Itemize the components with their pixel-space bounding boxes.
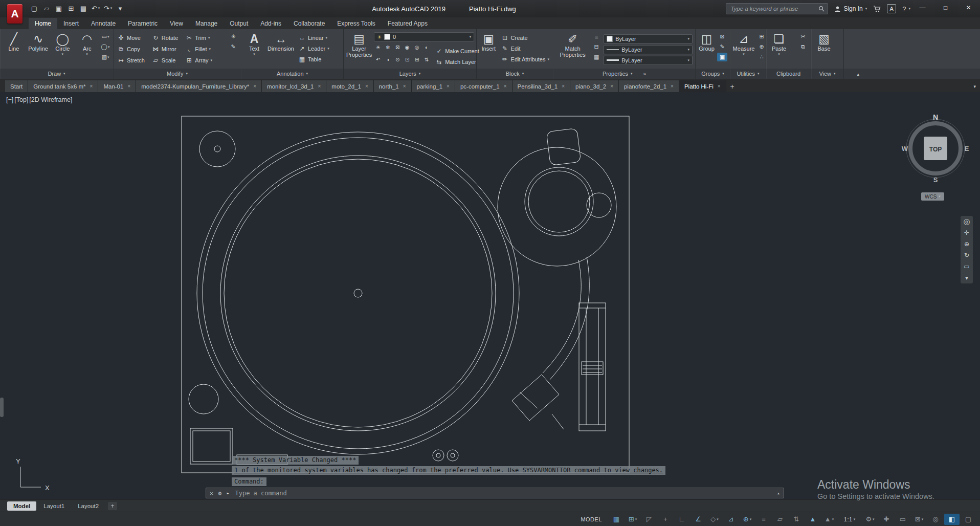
close-tab-icon[interactable]: × [127,83,130,89]
search-input[interactable] [729,5,815,12]
command-cancel-icon[interactable]: ✕ [210,490,213,497]
help-button[interactable]: ? ▾ [902,5,910,13]
ribbon-tab-view[interactable]: View [164,18,189,29]
application-menu-button[interactable]: A [7,4,23,24]
linetype-select[interactable]: ByLayer ▾ [604,45,693,54]
file-tab-ground-tank-5x6-m[interactable]: Ground tank 5x6 m*× [28,80,98,92]
minimize-button[interactable]: — [911,0,934,15]
sign-in-button[interactable]: Sign In ▾ [834,5,867,12]
model-space-viewport[interactable]: Y X [0,92,980,499]
annotation-visibility[interactable]: ▲ [805,514,820,525]
clean-screen[interactable]: ▢ [961,514,976,525]
layer-unisolate-button[interactable]: ◎ [413,43,421,51]
zoom-icon[interactable]: ⊕ [964,241,969,247]
layer-on-button[interactable]: ◑ [384,56,392,63]
flyout-icon[interactable]: » [643,71,647,77]
close-tab-icon[interactable]: × [718,83,721,89]
properties-table-button[interactable]: ▦ [591,53,602,61]
model-space[interactable]: MODEL [579,514,604,525]
compass-east[interactable]: E [965,145,969,152]
ribbon-tab-annotate[interactable]: Annotate [85,18,122,29]
close-tab-icon[interactable]: × [403,83,406,89]
create-block-button[interactable]: ⊡Create [500,33,550,42]
infer-constraints[interactable]: ◸ [641,514,657,525]
lineweight-display[interactable]: ≡ [756,514,771,525]
file-tab-parking-1[interactable]: parking_1× [412,80,455,92]
graphics-performance[interactable]: ◧ [944,514,960,525]
layer-lock-button[interactable]: ⊠ [393,43,402,51]
view-cube[interactable]: TOP N W E S [900,110,974,187]
lock-ui[interactable]: ⊠▾ [911,514,927,525]
layer-isolate-button[interactable]: ◉ [403,43,411,51]
drawing-canvas[interactable]: Y X [−] [Top] [2D Wireframe] TOP N W E S… [0,92,980,499]
properties-toggle-button[interactable]: ⊟ [591,42,602,51]
autoscale[interactable]: ▲▾ [821,514,837,525]
save-button[interactable]: ▣ [53,2,64,14]
object-color-select[interactable]: ByLayer ▾ [604,34,693,43]
circle-button[interactable]: ◯ Circle ▾ [52,30,74,69]
close-tab-icon[interactable]: × [365,83,368,89]
close-tab-icon[interactable]: × [90,83,93,89]
orbit-icon[interactable]: ↻ [964,252,969,258]
file-tab-pensilina-3d-1[interactable]: Pensilina_3d_1× [513,80,571,92]
close-tab-icon[interactable]: × [562,83,565,89]
ribbon-tab-parametric[interactable]: Parametric [122,18,164,29]
lineweight-select[interactable]: ByLayer ▾ [604,56,693,65]
layer-thaw-button[interactable]: ⊙ [393,56,402,63]
layer-freeze-button[interactable]: ❄ [384,43,392,51]
group-button[interactable]: ◫ Group [698,30,715,69]
close-tab-icon[interactable]: × [318,83,321,89]
file-tab-man-01[interactable]: Man-01× [98,80,136,92]
sysvar-message[interactable]: 1 of the monitored system variables has … [232,466,665,475]
polar-tracking[interactable]: ∠ [691,514,706,525]
app-store-button[interactable] [873,6,881,12]
panel-label-annotation[interactable]: Annotation ▾ [241,69,343,79]
isolate-objects[interactable]: ◎ [928,514,943,525]
command-customize-icon[interactable]: ⚙ [218,490,221,497]
file-tab-piano-3d-2[interactable]: piano_3d_2× [570,80,619,92]
table-button[interactable]: ▦Table [297,54,330,64]
open-button[interactable]: ▱ [41,2,52,14]
command-history-toggle[interactable]: ▴ [777,490,780,496]
tab-model[interactable]: Model [7,501,36,511]
dynamic-input[interactable]: + [658,514,673,525]
close-tab-icon[interactable]: × [447,83,450,89]
linear-button[interactable]: ↔Linear▾ [297,33,330,42]
edit-attributes-button[interactable]: ✏Edit Attributes▾ [500,54,550,64]
layer-select[interactable]: ☀ 0 ▾ [374,32,474,41]
scale-button[interactable]: ▱Scale [151,55,179,65]
make-object-layer-current-button[interactable]: ◐ [422,43,431,51]
ungroup-button[interactable]: ⊠ [717,32,727,41]
file-tab-north-1[interactable]: north_1× [374,80,412,92]
annotation-monitor[interactable]: ✚ [879,514,894,525]
layer-properties-button[interactable]: ▤ Layer Properties [346,30,372,69]
layer-previous-button[interactable]: ↶ [374,56,382,63]
file-tab-monitor-lcd-3d-1[interactable]: monitor_lcd_3d_1× [262,80,326,92]
quick-properties[interactable]: ▭ [895,514,910,525]
transparency[interactable]: ▱ [772,514,788,525]
command-line[interactable]: ✕ ⚙ ▸ ▴ [206,488,784,498]
point-style-button[interactable]: ∴ [756,53,767,61]
new-drawing-button[interactable]: + [726,80,739,92]
close-tab-icon[interactable]: × [253,83,256,89]
showmotion-icon[interactable]: ▭ [964,264,969,270]
copy-button[interactable]: ⧉Copy [116,44,146,54]
make-current-button[interactable]: ✓Make Current [434,46,480,56]
tab-layout1[interactable]: Layout1 [37,501,71,511]
panel-label-groups[interactable]: Groups ▾ [696,69,730,79]
qnew-button[interactable]: ▢ [29,2,40,14]
command-input[interactable] [234,489,772,497]
ribbon-collapse-button[interactable]: ▴ [857,72,859,77]
paste-button[interactable]: ❏ Paste ▾ [769,30,789,69]
arc-button[interactable]: ◠ Arc ▾ [76,30,98,69]
file-tab-model2374-kumpulan-furniture-library[interactable]: model2374-Kumpulan_Furniture_Library*× [136,80,262,92]
match-properties-button[interactable]: ✐ Match Properties [556,30,589,69]
copy-clip-button[interactable]: ⧉ [798,42,808,51]
group-selection-button[interactable]: ▣ [717,53,727,61]
grid-display[interactable]: ▦ [609,514,624,525]
panel-label-layers[interactable]: Layers ▾ [344,69,476,79]
maximize-button[interactable]: □ [934,0,957,15]
move-button[interactable]: ✜Move [116,33,146,42]
properties-list-button[interactable]: ≡ [591,32,602,41]
plot-button[interactable]: ▤ [78,2,89,14]
